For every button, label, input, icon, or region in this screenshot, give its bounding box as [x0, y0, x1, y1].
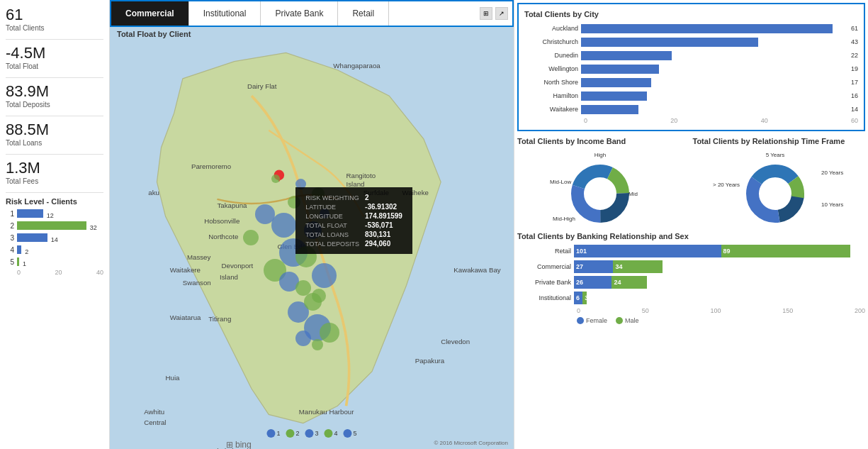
- risk-row-0: 1 12: [6, 209, 103, 218]
- bubble-13: [304, 293, 322, 311]
- banking-male-2: 24: [611, 276, 646, 289]
- kpi-label-2: Total Deposits: [6, 101, 103, 109]
- bubble-15: [320, 323, 339, 343]
- kpi-value-3: 88.5M: [6, 121, 103, 139]
- banking-legend-color-1: [616, 317, 623, 324]
- banking-row-3: Institutional 6 3: [517, 292, 865, 304]
- city-bar-fill-3: [581, 65, 659, 74]
- city-bar-chart: Auckland 61 Christchurch 43 Dunedin 22 W…: [524, 23, 858, 115]
- tab-retail[interactable]: Retail: [338, 1, 389, 26]
- banking-x-tick: 50: [642, 307, 649, 314]
- map-copyright: © 2016 Microsoft Corporation: [434, 440, 508, 446]
- legend-num-4: 4: [334, 430, 338, 437]
- city-bar-row-3: Wellington 19: [524, 63, 858, 74]
- relationship-donut: 5 Years 20 Years 10 Years > 20 Years: [711, 150, 846, 228]
- risk-bar-3: [17, 245, 21, 254]
- banking-x-tick: 150: [782, 307, 793, 314]
- banking-x-axis: 050100150200: [577, 307, 865, 314]
- banking-title: Total Clients by Banking Relationship an…: [517, 232, 865, 240]
- tooltip-key: TOTAL FLOAT: [303, 221, 362, 230]
- tooltip-value: 174.891599: [362, 211, 405, 221]
- risk-row-2: 3 14: [6, 233, 103, 243]
- city-bar-fill-6: [581, 105, 638, 114]
- city-bar-row-1: Christchurch 43: [524, 36, 858, 48]
- city-bar-row-6: Waitakere 14: [524, 104, 858, 115]
- banking-female-1: 27: [574, 260, 613, 273]
- map-area: Total Float by Client Dairy Flat Whangap…: [110, 27, 514, 449]
- risk-bar-container-4: 1: [17, 257, 103, 266]
- city-bar-row-4: North Shore 17: [524, 77, 858, 88]
- legend-dot-4: [325, 429, 333, 438]
- income-band-section: Total Clients by Income Band High Mid-Lo…: [517, 137, 690, 228]
- city-bar-track-4: [581, 78, 849, 87]
- tooltip-value: 2: [362, 193, 405, 202]
- legend-num-5: 5: [354, 430, 357, 437]
- banking-bars-3: 6 3: [574, 292, 865, 304]
- bubble-18: [295, 331, 311, 346]
- banking-female-3: 6: [574, 292, 582, 304]
- income-donut-svg: High Mid-Low Mid Mid-High: [547, 150, 660, 228]
- banking-row-2: Private Bank 26 24: [517, 276, 865, 289]
- expand-icon[interactable]: ↗: [495, 7, 508, 20]
- banking-legend: FemaleMale: [577, 317, 865, 324]
- city-x-tick: 20: [670, 117, 677, 124]
- svg-text:> 20 Years: > 20 Years: [713, 182, 740, 188]
- banking-legend-label-0: Female: [586, 317, 607, 324]
- banking-male-3: 3: [582, 292, 587, 304]
- risk-level-1: 2: [6, 222, 14, 230]
- risk-bar-val-4: 1: [23, 260, 26, 267]
- legend-item-2: 2: [286, 429, 299, 438]
- banking-male-1: 34: [613, 260, 663, 273]
- risk-level-0: 1: [6, 210, 14, 218]
- svg-text:Mid: Mid: [629, 191, 638, 197]
- map-title: Total Float by Client: [117, 30, 191, 38]
- city-bar-track-5: [581, 92, 849, 101]
- city-bar-val-5: 16: [851, 92, 858, 99]
- city-bar-val-0: 61: [851, 25, 858, 32]
- risk-bar-container-0: 12: [17, 209, 103, 218]
- risk-bar-2: [17, 233, 47, 242]
- relationship-donut-svg: 5 Years 20 Years 10 Years > 20 Years: [711, 150, 846, 228]
- legend-item-3: 3: [305, 429, 318, 438]
- banking-label-3: Institutional: [517, 294, 574, 301]
- kpi-4: 1.3MTotal Fees: [6, 159, 103, 185]
- banking-bars-2: 26 24: [574, 276, 865, 289]
- right-panel: Total Clients by City Auckland 61 Christ…: [514, 0, 868, 449]
- city-bar-fill-5: [581, 92, 647, 101]
- kpi-label-4: Total Fees: [6, 177, 103, 185]
- city-bar-fill-4: [581, 78, 651, 87]
- banking-x-tick: 0: [577, 307, 580, 314]
- risk-level-2: 3: [6, 234, 14, 242]
- tooltip-value: -36.91302: [362, 202, 405, 211]
- filter-icon[interactable]: ⊞: [480, 7, 492, 20]
- city-label-4: North Shore: [524, 79, 581, 86]
- risk-bar-container-2: 14: [17, 233, 103, 242]
- kpi-1: -4.5MTotal Float: [6, 44, 103, 70]
- svg-point-47: [760, 178, 791, 209]
- map-tooltip: RISK WEIGHTING2LATITUDE-36.91302LONGITUD…: [295, 187, 412, 254]
- tab-commercial[interactable]: Commercial: [111, 1, 189, 26]
- bubble-20: [271, 174, 280, 183]
- banking-row-0: Retail 101 89: [517, 245, 865, 257]
- risk-x-axis: 02040: [6, 269, 103, 276]
- city-x-tick: 60: [851, 117, 858, 124]
- banking-x-tick: 200: [855, 307, 865, 314]
- legend-item-5: 5: [344, 429, 357, 438]
- kpi-3: 88.5MTotal Loans: [6, 121, 103, 147]
- city-bar-fill-0: [581, 24, 833, 33]
- tooltip-key: LATITUDE: [303, 202, 362, 211]
- city-label-0: Auckland: [524, 25, 581, 32]
- kpi-label-3: Total Loans: [6, 139, 103, 147]
- city-label-3: Wellington: [524, 65, 581, 72]
- legend-num-1: 1: [276, 430, 280, 437]
- tab-institutional[interactable]: Institutional: [189, 1, 261, 26]
- svg-text:Mid-High: Mid-High: [553, 216, 575, 222]
- city-bar-val-2: 22: [851, 52, 858, 59]
- kpi-value-2: 83.9M: [6, 82, 103, 101]
- city-bar-val-3: 19: [851, 65, 858, 72]
- tooltip-key: TOTAL DEPOSITS: [303, 239, 362, 248]
- risk-level-4: 5: [6, 258, 14, 266]
- svg-text:High: High: [594, 152, 606, 158]
- tab-private-bank[interactable]: Private Bank: [261, 1, 338, 26]
- city-label-1: Christchurch: [524, 38, 581, 45]
